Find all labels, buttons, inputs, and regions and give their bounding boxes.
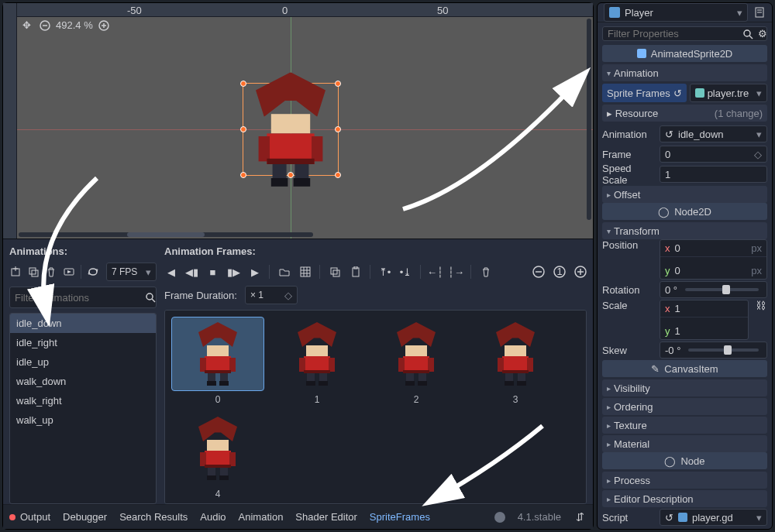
zoom-out-frames-icon[interactable] — [532, 266, 545, 279]
script-field[interactable]: ↺ player.gd▾ — [660, 509, 767, 526]
category-texture[interactable]: ▸Texture — [602, 417, 767, 434]
category-animation[interactable]: ▾Animation — [602, 64, 767, 81]
frames-grid[interactable]: 01234 — [164, 310, 587, 504]
tab-animation[interactable]: Animation — [239, 511, 284, 523]
grid-icon[interactable] — [298, 266, 312, 279]
revert-icon[interactable]: ↺ — [665, 512, 673, 523]
revert-icon[interactable]: ↺ — [665, 129, 673, 140]
svg-rect-19 — [333, 270, 339, 276]
duplicate-animation-icon[interactable] — [27, 266, 39, 279]
loop-icon[interactable] — [88, 266, 100, 279]
delete-frame-icon[interactable] — [479, 266, 492, 279]
center-view-icon[interactable]: ✥ — [20, 19, 33, 32]
selection-box[interactable] — [243, 83, 339, 176]
frame-4[interactable]: 4 — [171, 411, 264, 499]
tab-debugger[interactable]: Debugger — [63, 511, 107, 523]
category-process[interactable]: ▸Process — [602, 472, 767, 489]
godot-icon — [494, 512, 505, 523]
animation-list[interactable]: idle_downidle_rightidle_upwalk_downwalk_… — [9, 313, 157, 504]
expand-bottom-icon[interactable]: ⇵ — [574, 510, 587, 523]
skew-field[interactable]: -0 ° — [660, 342, 767, 359]
paste-icon[interactable] — [349, 266, 362, 279]
copy-icon[interactable] — [328, 266, 341, 279]
tab-output[interactable]: Output — [20, 511, 50, 523]
resource-subsection[interactable]: ▸ Resource (1 change) — [602, 105, 767, 122]
ruler-left — [3, 3, 17, 239]
class-chip-node2d[interactable]: ◯Node2D — [602, 203, 767, 220]
insert-after-icon[interactable]: •⤓ — [399, 266, 412, 279]
revert-icon[interactable]: ↺ — [673, 88, 682, 99]
delete-animation-icon[interactable] — [45, 266, 57, 279]
new-animation-icon[interactable] — [9, 266, 21, 279]
stop-icon[interactable]: ■ — [206, 266, 219, 279]
animation-item-idle_up[interactable]: idle_up — [10, 352, 156, 372]
step-back-icon[interactable]: ◀▮ — [185, 266, 198, 279]
frame-field[interactable]: ◇ — [660, 146, 767, 163]
node-icon — [609, 7, 620, 18]
move-left-icon[interactable]: ←┆ — [429, 266, 442, 279]
viewport-scrollbar-h[interactable] — [19, 232, 313, 237]
category-offset[interactable]: ▸Offset — [602, 186, 767, 203]
search-icon — [145, 291, 156, 304]
class-chip-node[interactable]: ◯Node — [602, 452, 767, 469]
tab-shader-editor[interactable]: Shader Editor — [295, 511, 357, 523]
category-transform[interactable]: ▾Transform — [602, 222, 767, 239]
svg-text:1: 1 — [556, 266, 562, 277]
animation-item-idle_right[interactable]: idle_right — [10, 333, 156, 352]
step-fwd-icon[interactable]: ▮▶ — [227, 266, 240, 279]
category-ordering[interactable]: ▸Ordering — [602, 398, 767, 415]
tab-audio[interactable]: Audio — [200, 511, 226, 523]
frame-1[interactable]: 1 — [270, 317, 363, 405]
docs-icon[interactable] — [753, 6, 766, 19]
animation-item-walk_right[interactable]: walk_right — [10, 391, 156, 410]
inspector-panel: Player ▾ ⚙ AnimatedSprite2D ▾Animation S… — [597, 2, 773, 530]
zoom-out-icon[interactable] — [38, 19, 51, 32]
frame-0[interactable]: 0 — [171, 317, 264, 405]
autoplay-icon[interactable] — [63, 266, 74, 279]
class-chip-animatedsprite2d[interactable]: AnimatedSprite2D — [602, 45, 767, 62]
sprite-frames-property[interactable]: Sprite Frames ↺ — [602, 84, 687, 102]
class-chip-canvasitem[interactable]: ✎CanvasItem — [602, 360, 767, 377]
scale-field[interactable]: x y — [660, 300, 749, 340]
category-visibility[interactable]: ▸Visibility — [602, 379, 767, 396]
zoom-reset-frames-icon[interactable]: 1 — [553, 266, 566, 279]
frame-duration-label: Frame Duration: — [164, 290, 237, 301]
viewport-scrollbar-v[interactable] — [587, 19, 591, 220]
speed-scale-field[interactable] — [660, 166, 767, 183]
category-editor-desc[interactable]: ▸Editor Description — [602, 490, 767, 507]
filter-animations[interactable] — [9, 287, 157, 308]
rotation-field[interactable]: 0 ° — [660, 281, 767, 298]
play-icon[interactable]: ▶ — [248, 266, 261, 279]
filter-animations-input[interactable] — [15, 292, 145, 304]
play-back-icon[interactable]: ◀ — [164, 266, 177, 279]
node-selector[interactable]: Player ▾ — [604, 3, 748, 22]
filter-settings-icon[interactable]: ⚙ — [758, 27, 767, 40]
insert-before-icon[interactable]: ⤒• — [378, 266, 391, 279]
svg-rect-20 — [353, 268, 359, 276]
tab-spriteframes[interactable]: SpriteFrames — [370, 511, 430, 523]
fps-spinner[interactable]: ▾ — [106, 263, 157, 281]
frame-duration-spinner[interactable]: ◇ — [245, 286, 298, 304]
move-right-icon[interactable]: ┆→ — [450, 266, 463, 279]
animation-item-walk_down[interactable]: walk_down — [10, 372, 156, 391]
animation-item-idle_down[interactable]: idle_down — [10, 314, 156, 333]
link-icon[interactable]: ⛓ — [753, 300, 767, 311]
zoom-level[interactable]: 492.4 % — [56, 19, 93, 31]
tab-search-results[interactable]: Search Results — [119, 511, 188, 523]
animation-item-walk_up[interactable]: walk_up — [10, 410, 156, 430]
filter-properties-input[interactable] — [608, 28, 738, 39]
zoom-in-icon[interactable] — [98, 19, 111, 32]
sprite-frames-resource[interactable]: player.tre ▾ — [690, 84, 767, 102]
load-folder-icon[interactable] — [277, 266, 291, 279]
position-field[interactable]: xpx ypx — [660, 239, 767, 280]
frames-toolbar: ◀ ◀▮ ■ ▮▶ ▶ ⤒• •⤓ — [164, 262, 587, 282]
frame-2[interactable]: 2 — [370, 317, 463, 405]
frame-3[interactable]: 3 — [469, 317, 562, 405]
filter-properties[interactable]: ⚙ — [602, 26, 767, 41]
output-indicator-icon — [9, 514, 16, 520]
category-material[interactable]: ▸Material — [602, 435, 767, 452]
zoom-in-frames-icon[interactable] — [574, 266, 587, 279]
svg-rect-13 — [301, 267, 310, 276]
animation-dropdown[interactable]: ↺ idle_down▾ — [660, 125, 767, 142]
2d-viewport[interactable]: -50 0 50 — [3, 3, 593, 239]
